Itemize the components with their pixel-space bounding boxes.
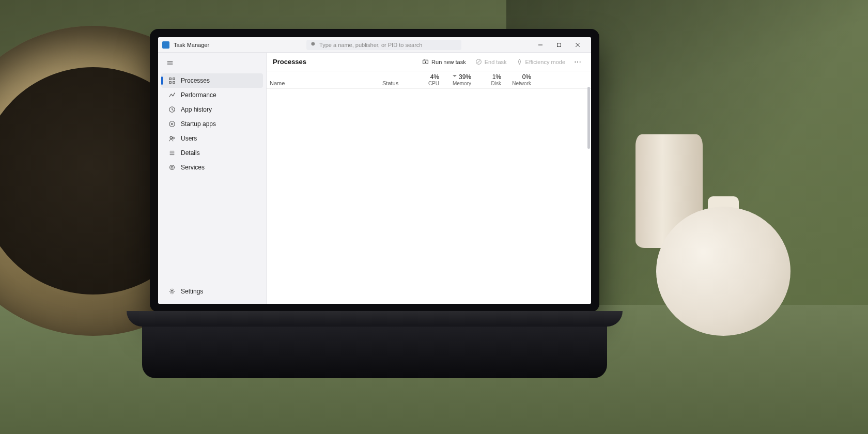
- nav-services[interactable]: Services: [161, 160, 263, 175]
- scene-background: Task Manager Type a name, publisher, or …: [0, 0, 868, 434]
- nav-startup-apps[interactable]: Startup apps: [161, 117, 263, 131]
- nav-performance[interactable]: Performance: [161, 88, 263, 102]
- gear-icon: [168, 288, 176, 295]
- nav-processes[interactable]: Processes: [161, 73, 263, 88]
- close-button[interactable]: [568, 37, 587, 53]
- svg-line-1: [315, 45, 316, 47]
- search-placeholder: Type a name, publisher, or PID to search: [319, 42, 422, 48]
- laptop: Task Manager Type a name, publisher, or …: [150, 29, 599, 370]
- laptop-hinge: [127, 311, 623, 327]
- svg-point-17: [173, 137, 175, 139]
- process-table: Name Status 4%CPU 39%Memory 1%Disk 0%Net…: [267, 71, 591, 304]
- svg-point-16: [170, 136, 172, 138]
- svg-point-0: [311, 42, 315, 45]
- svg-point-21: [170, 165, 175, 170]
- search-box[interactable]: Type a name, publisher, or PID to search: [306, 40, 461, 50]
- nav-label: Processes: [181, 77, 210, 84]
- app-window: Task Manager Type a name, publisher, or …: [158, 37, 591, 304]
- laptop-bezel: Task Manager Type a name, publisher, or …: [150, 29, 599, 312]
- nav-label: App history: [181, 106, 212, 113]
- nav-users[interactable]: Users: [161, 131, 263, 146]
- details-icon: [168, 149, 176, 157]
- nav-label: Performance: [181, 91, 216, 99]
- page-title: Processes: [273, 58, 306, 66]
- svg-rect-9: [169, 78, 172, 80]
- hamburger-button[interactable]: [161, 56, 179, 70]
- settings-label: Settings: [181, 288, 203, 295]
- nav-settings[interactable]: Settings: [161, 284, 263, 299]
- efficiency-mode-button[interactable]: Efficiency mode: [513, 56, 569, 67]
- svg-point-15: [171, 123, 173, 125]
- content-pane: Processes Run new task End task: [267, 53, 591, 304]
- titlebar: Task Manager Type a name, publisher, or …: [158, 37, 591, 53]
- processes-icon: [168, 77, 176, 84]
- minimize-button[interactable]: [531, 37, 550, 53]
- nav-label: Services: [181, 164, 205, 171]
- startup-icon: [168, 120, 176, 128]
- history-icon: [168, 106, 176, 113]
- search-icon: [311, 41, 316, 48]
- nav-label: Users: [181, 135, 197, 142]
- users-icon: [168, 135, 176, 142]
- svg-point-23: [171, 290, 173, 292]
- sidebar: Processes Performance App history S: [158, 53, 267, 304]
- svg-rect-3: [557, 43, 561, 47]
- end-task-button[interactable]: End task: [472, 56, 510, 67]
- performance-icon: [168, 91, 176, 99]
- app-icon: [162, 41, 169, 49]
- nav-app-history[interactable]: App history: [161, 102, 263, 117]
- table-body: [267, 86, 591, 304]
- svg-point-22: [171, 166, 173, 168]
- run-new-task-button[interactable]: Run new task: [419, 56, 470, 67]
- svg-rect-11: [169, 82, 172, 84]
- svg-point-14: [169, 121, 175, 127]
- maximize-button[interactable]: [550, 37, 568, 53]
- nav-details[interactable]: Details: [161, 146, 263, 160]
- laptop-keyboard: [142, 327, 607, 378]
- prop-vase-round: [656, 207, 791, 336]
- content-header: Processes Run new task End task: [267, 53, 591, 71]
- services-icon: [168, 164, 176, 171]
- more-button[interactable]: ⋯: [571, 57, 585, 67]
- nav-label: Details: [181, 149, 200, 157]
- svg-line-29: [477, 60, 480, 63]
- svg-rect-10: [173, 78, 175, 80]
- app-title: Task Manager: [174, 42, 209, 48]
- nav-label: Startup apps: [181, 120, 216, 128]
- svg-rect-12: [173, 82, 175, 84]
- scrollbar[interactable]: [587, 87, 590, 149]
